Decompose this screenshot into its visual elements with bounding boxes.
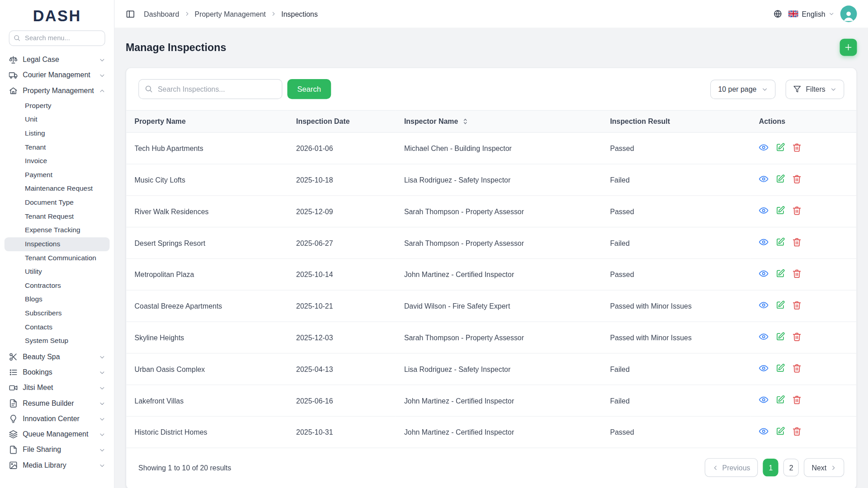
delete-button[interactable]: [792, 206, 802, 217]
sidebar-item-bookings[interactable]: Bookings: [5, 365, 110, 380]
sidebar-item-listing[interactable]: Listing: [5, 127, 110, 141]
delete-button[interactable]: [792, 427, 802, 438]
view-button[interactable]: [759, 238, 769, 249]
table-row: Desert Springs Resort2025-06-27Sarah Tho…: [126, 227, 856, 259]
delete-button[interactable]: [792, 300, 802, 311]
column-header-property-name[interactable]: Property Name: [126, 111, 288, 133]
view-button[interactable]: [759, 364, 769, 375]
column-header-inspection-date[interactable]: Inspection Date: [288, 111, 396, 133]
next-page-button[interactable]: Next: [804, 458, 844, 477]
sidebar-item-file-sharing[interactable]: File Sharing: [5, 442, 110, 457]
inspections-search-input[interactable]: [138, 80, 282, 99]
sidebar-item-contractors[interactable]: Contractors: [5, 279, 110, 293]
edit-button[interactable]: [776, 332, 785, 343]
view-button[interactable]: [759, 174, 769, 185]
view-button[interactable]: [759, 269, 769, 280]
table-row: Skyline Heights2025-12-03Sarah Thompson …: [126, 322, 856, 354]
delete-button[interactable]: [792, 364, 802, 375]
sidebar-item-utility[interactable]: Utility: [5, 265, 110, 279]
pagination: Previous 12 Next: [704, 458, 844, 477]
sidebar-item-innovation-center[interactable]: Innovation Center: [5, 411, 110, 427]
view-button[interactable]: [759, 332, 769, 343]
column-header-actions[interactable]: Actions: [750, 111, 856, 133]
language-selector[interactable]: English: [788, 9, 834, 18]
sidebar-item-contacts[interactable]: Contacts: [5, 320, 110, 334]
sidebar-item-unit[interactable]: Unit: [5, 113, 110, 127]
sidebar-item-expense-tracking[interactable]: Expense Tracking: [5, 224, 110, 238]
edit-button[interactable]: [776, 364, 785, 375]
view-button[interactable]: [759, 300, 769, 311]
sidebar-item-property-management[interactable]: Property Management: [5, 83, 110, 99]
sidebar-item-invoice[interactable]: Invoice: [5, 155, 110, 169]
sidebar-item-property[interactable]: Property: [5, 99, 110, 113]
delete-button[interactable]: [792, 174, 802, 185]
sidebar-item-tenant-request[interactable]: Tenant Request: [5, 210, 110, 224]
eye-icon: [759, 238, 769, 247]
inspection-result-cell: Failed: [602, 164, 750, 196]
sidebar-nav: Legal CaseCourier ManagementProperty Man…: [0, 51, 114, 488]
delete-button[interactable]: [792, 395, 802, 406]
sidebar-item-resume-builder[interactable]: Resume Builder: [5, 396, 110, 411]
search-button[interactable]: Search: [288, 80, 331, 99]
sidebar-item-blogs[interactable]: Blogs: [5, 293, 110, 307]
delete-button[interactable]: [792, 143, 802, 154]
edit-button[interactable]: [776, 143, 785, 154]
trash-icon: [792, 300, 802, 310]
sidebar-item-legal-case[interactable]: Legal Case: [5, 52, 110, 67]
edit-button[interactable]: [776, 174, 785, 185]
sort-icon[interactable]: [462, 118, 469, 125]
sidebar-toggle-icon[interactable]: [126, 9, 135, 19]
inspector-name-cell: Lisa Rodriguez - Safety Inspector: [396, 353, 602, 385]
sidebar-item-subscribers[interactable]: Subscribers: [5, 306, 110, 320]
chevron-down-icon: [830, 86, 836, 92]
sidebar-search-input[interactable]: [9, 30, 105, 46]
column-header-inspection-result[interactable]: Inspection Result: [602, 111, 750, 133]
view-button[interactable]: [759, 395, 769, 406]
sidebar-item-media-library[interactable]: Media Library: [5, 458, 110, 473]
sidebar-item-tenant[interactable]: Tenant: [5, 141, 110, 155]
breadcrumb-item-property-management[interactable]: Property Management: [195, 9, 266, 18]
sidebar-item-beauty-spa[interactable]: Beauty Spa: [5, 349, 110, 365]
brand-logo: DASH: [0, 0, 114, 29]
sidebar-item-system-setup[interactable]: System Setup: [5, 334, 110, 348]
search-icon: [13, 34, 20, 42]
page-button-1[interactable]: 1: [763, 459, 778, 477]
user-avatar[interactable]: [840, 5, 857, 22]
edit-icon: [776, 206, 785, 216]
sidebar-item-document-type[interactable]: Document Type: [5, 196, 110, 210]
delete-button[interactable]: [792, 238, 802, 249]
add-inspection-button[interactable]: [840, 39, 857, 56]
breadcrumb-item-inspections[interactable]: Inspections: [281, 9, 318, 18]
chevron-down-icon: [99, 416, 105, 422]
sidebar-item-courier-management[interactable]: Courier Management: [5, 67, 110, 83]
edit-button[interactable]: [776, 300, 785, 311]
edit-button[interactable]: [776, 206, 785, 217]
per-page-select[interactable]: 10 per page: [710, 80, 775, 99]
column-header-inspector-name[interactable]: Inspector Name: [396, 111, 602, 133]
delete-button[interactable]: [792, 332, 802, 343]
edit-icon: [776, 427, 785, 436]
sidebar-item-tenant-communication[interactable]: Tenant Communication: [5, 251, 110, 265]
page-button-2[interactable]: 2: [783, 459, 799, 477]
breadcrumb-item-dashboard[interactable]: Dashboard: [144, 9, 179, 18]
edit-button[interactable]: [776, 269, 785, 280]
globe-icon[interactable]: [774, 9, 783, 19]
edit-button[interactable]: [776, 238, 785, 249]
sidebar-item-inspections[interactable]: Inspections: [5, 237, 110, 251]
view-button[interactable]: [759, 427, 769, 438]
sidebar-item-payment[interactable]: Payment: [5, 168, 110, 182]
filters-button[interactable]: Filters: [785, 80, 844, 99]
trash-icon: [792, 332, 802, 342]
actions-cell: [750, 227, 856, 259]
delete-button[interactable]: [792, 269, 802, 280]
previous-page-button[interactable]: Previous: [704, 458, 758, 477]
edit-button[interactable]: [776, 395, 785, 406]
sidebar-item-queue-management[interactable]: Queue Management: [5, 427, 110, 442]
sidebar-item-jitsi-meet[interactable]: Jitsi Meet: [5, 380, 110, 395]
edit-button[interactable]: [776, 427, 785, 438]
sidebar-item-maintenance-request[interactable]: Maintenance Request: [5, 182, 110, 196]
inspection-result-cell: Passed with Minor Issues: [602, 322, 750, 354]
sidebar-item-label: Bookings: [23, 368, 52, 377]
view-button[interactable]: [759, 143, 769, 154]
view-button[interactable]: [759, 206, 769, 217]
